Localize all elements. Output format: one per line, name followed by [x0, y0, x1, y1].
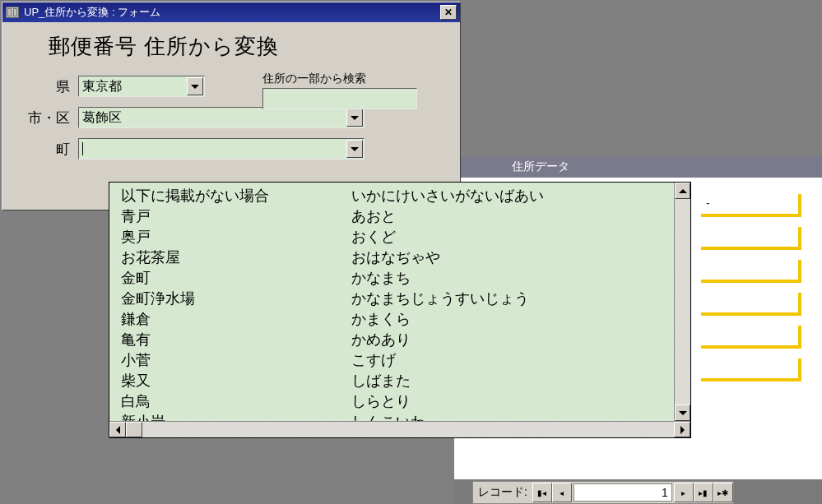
scroll-left-button[interactable]: [109, 422, 126, 437]
form-heading: 郵便番号 住所から変換: [49, 32, 444, 61]
town-dropdown-button[interactable]: [346, 140, 363, 158]
window-title: UP_住所から変換 : フォーム: [24, 5, 160, 20]
town-combo[interactable]: [78, 138, 365, 160]
data-field-5[interactable]: [701, 358, 801, 381]
dropdown-item[interactable]: 鎌倉: [121, 309, 340, 330]
titlebar[interactable]: UP_住所から変換 : フォーム ✕: [2, 2, 460, 22]
scroll-track-h[interactable]: [142, 422, 674, 437]
dropdown-item-kana[interactable]: おくど: [351, 227, 674, 247]
dropdown-item-kana[interactable]: しばまた: [351, 371, 674, 391]
dropdown-item[interactable]: 青戸: [121, 206, 340, 227]
scroll-down-button[interactable]: [675, 405, 690, 421]
dropdown-item[interactable]: 小菅: [121, 350, 340, 371]
dropdown-item[interactable]: 金町: [121, 268, 340, 289]
nav-first-button[interactable]: ▮◂: [532, 483, 552, 502]
city-value: 葛飾区: [82, 109, 122, 127]
pref-label: 県: [19, 77, 78, 96]
dropdown-item-kana[interactable]: かなまち: [351, 268, 674, 289]
dropdown-item[interactable]: 柴又: [121, 371, 340, 391]
town-dropdown-list[interactable]: 以下に掲載がない場合青戸奥戸お花茶屋金町金町浄水場鎌倉亀有小菅柴又白鳥新小岩 い…: [109, 182, 691, 438]
city-label: 市・区: [19, 109, 78, 127]
dropdown-item-kana[interactable]: あおと: [351, 206, 674, 227]
data-field-1[interactable]: [701, 227, 801, 250]
pref-dropdown-button[interactable]: [187, 77, 203, 95]
dropdown-item[interactable]: 以下に掲載がない場合: [121, 186, 340, 206]
scroll-up-button[interactable]: [675, 183, 690, 199]
nav-current-field[interactable]: [574, 483, 672, 502]
scroll-right-button[interactable]: [674, 422, 690, 437]
vertical-scrollbar[interactable]: [674, 183, 690, 421]
dropdown-item[interactable]: お花茶屋: [121, 247, 340, 268]
dropdown-col-kanji[interactable]: 以下に掲載がない場合青戸奥戸お花茶屋金町金町浄水場鎌倉亀有小菅柴又白鳥新小岩: [109, 183, 340, 421]
record-navigator: レコード: ▮◂ ◂ ▸ ▸▮ ▸✱: [472, 481, 734, 504]
form-icon: [6, 7, 19, 18]
data-field-3[interactable]: [701, 293, 801, 316]
dropdown-item-kana[interactable]: おはなぢゃや: [351, 247, 674, 268]
city-combo[interactable]: 葛飾区: [78, 107, 365, 128]
dropdown-item-kana[interactable]: こすげ: [351, 350, 674, 371]
dropdown-item[interactable]: 金町浄水場: [121, 289, 340, 309]
dropdown-item-kana[interactable]: かまくら: [351, 309, 674, 330]
scroll-thumb-h[interactable]: [126, 422, 142, 437]
bg-window-title: 住所データ: [512, 160, 569, 174]
city-dropdown-button[interactable]: [346, 109, 363, 127]
dropdown-col-kana[interactable]: いかにけいさいがないばあいあおとおくどおはなぢゃやかなまちかなまちじょうすいじょ…: [340, 183, 674, 421]
nav-new-button[interactable]: ▸✱: [713, 483, 733, 502]
nav-prev-button[interactable]: ◂: [552, 483, 572, 502]
horizontal-scrollbar[interactable]: [109, 421, 690, 437]
dropdown-item[interactable]: 白鳥: [121, 391, 340, 412]
dropdown-item[interactable]: 亀有: [121, 330, 340, 350]
data-field-2[interactable]: [701, 260, 801, 283]
nav-next-button[interactable]: ▸: [674, 483, 694, 502]
dropdown-item-kana[interactable]: かなまちじょうすいじょう: [351, 289, 674, 309]
dropdown-item[interactable]: 新小岩: [121, 412, 340, 421]
dropdown-item-kana[interactable]: かめあり: [351, 330, 674, 350]
dropdown-item-kana[interactable]: いかにけいさいがないばあい: [351, 186, 674, 206]
search-input[interactable]: [262, 88, 417, 109]
nav-last-button[interactable]: ▸▮: [694, 483, 713, 502]
data-field-4[interactable]: [701, 326, 801, 349]
dropdown-item-kana[interactable]: しんこいわ: [351, 412, 674, 421]
convert-window: UP_住所から変換 : フォーム ✕ 郵便番号 住所から変換 県 東京都 市・区…: [2, 2, 461, 210]
town-label: 町: [19, 140, 78, 159]
search-group: 住所の一部から検索: [262, 72, 417, 109]
text-caret: [82, 142, 83, 155]
nav-label: レコード:: [473, 485, 532, 500]
bg-titlebar: 住所データ: [454, 156, 822, 178]
search-label: 住所の一部から検索: [262, 72, 417, 86]
dropdown-item-kana[interactable]: しらとり: [351, 391, 674, 412]
pref-combo[interactable]: 東京都: [78, 76, 205, 97]
dropdown-item[interactable]: 奥戸: [121, 227, 340, 247]
pref-value: 東京都: [82, 78, 122, 95]
scroll-track-v[interactable]: [675, 199, 690, 405]
zip-field[interactable]: -: [701, 194, 801, 217]
close-button[interactable]: ✕: [440, 5, 457, 20]
